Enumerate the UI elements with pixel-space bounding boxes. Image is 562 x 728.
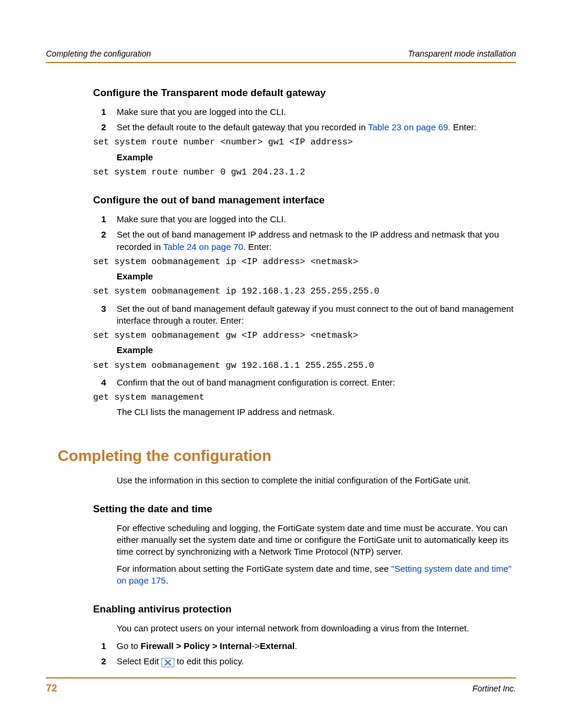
step-text: Go to Firewall > Policy > Internal->Exte… (117, 640, 516, 652)
step-text: Set the out of band management default g… (117, 303, 516, 327)
code-line: set system oobmanagement gw <IP address>… (93, 330, 516, 342)
code-line: set system oobmanagement ip 192.168.1.23… (93, 286, 516, 298)
step-number: 2 (93, 229, 117, 241)
code-line: set system route number 0 gw1 204.23.1.2 (93, 167, 516, 179)
body-text: Use the information in this section to c… (117, 475, 516, 486)
step-number: 1 (93, 106, 117, 118)
section-heading-antivirus: Enabling antivirus protection (93, 603, 516, 617)
step-number: 4 (93, 377, 117, 388)
header-right: Transparent mode installation (408, 48, 516, 60)
example-label: Example (117, 344, 516, 356)
body-text: For information about setting the FortiG… (117, 563, 516, 587)
company-name: Fortinet Inc. (472, 683, 516, 694)
page-number: 72 (46, 682, 57, 696)
header-left: Completing the configuration (46, 48, 151, 60)
example-label: Example (117, 151, 516, 163)
example-label: Example (117, 271, 516, 282)
crossref-link[interactable]: Table 23 on page 69 (368, 122, 448, 132)
step-text: Set the default route to the default gat… (117, 121, 516, 133)
code-line: set system route number <number> gw1 <IP… (93, 137, 516, 149)
page-footer: 72 Fortinet Inc. (46, 677, 516, 696)
step-text: Select Edit to edit this policy. (117, 655, 516, 667)
step-number: 2 (93, 655, 117, 667)
section-heading-transparent-gateway: Configure the Transparent mode default g… (93, 87, 516, 100)
code-line: get system management (93, 392, 516, 404)
code-line: set system oobmanagement gw 192.168.1.1 … (93, 360, 516, 372)
section-heading-date-time: Setting the date and time (93, 503, 516, 516)
step-text: Make sure that you are logged into the C… (117, 106, 516, 118)
code-line: set system oobmanagement ip <IP address>… (93, 256, 516, 268)
crossref-link[interactable]: Table 24 on page 70 (163, 242, 243, 252)
step-number: 1 (93, 213, 117, 225)
section-heading-completing: Completing the configuration (58, 446, 516, 466)
section-heading-oob-management: Configure the out of band management int… (93, 194, 516, 207)
step-number: 1 (93, 640, 117, 652)
step-text: Confirm that the out of band managment c… (117, 377, 516, 388)
body-text: You can protect users on your internal n… (117, 622, 516, 634)
body-text: For effective scheduling and logging, th… (117, 522, 516, 558)
edit-icon (161, 658, 174, 667)
step-number: 3 (93, 303, 117, 315)
running-header: Completing the configuration Transparent… (46, 48, 516, 63)
step-text: Set the out of band management IP addres… (117, 229, 516, 253)
step-text: Make sure that you are logged into the C… (117, 213, 516, 225)
step-number: 2 (93, 121, 117, 133)
step-text: The CLI lists the management IP address … (117, 406, 516, 418)
